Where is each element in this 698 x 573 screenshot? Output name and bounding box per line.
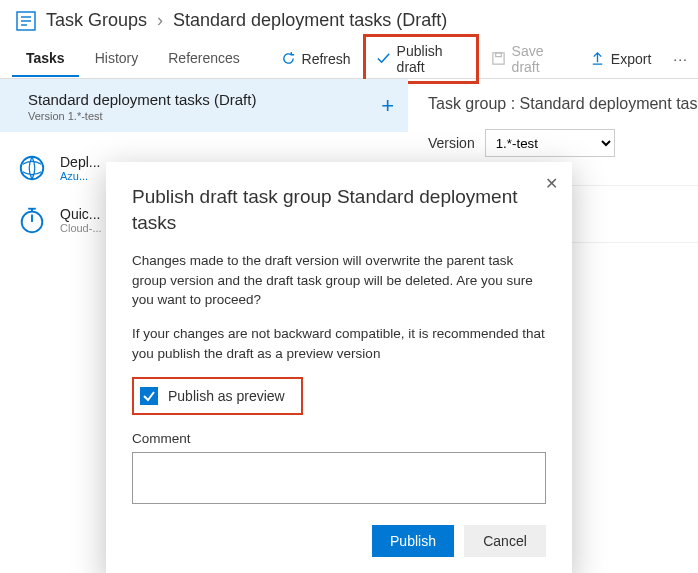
svg-point-6 [21, 157, 44, 180]
task-subtitle: Azu... [60, 170, 100, 182]
publish-draft-label: Publish draft [397, 43, 466, 75]
save-draft-label: Save draft [512, 43, 568, 75]
task-title: Quic... [60, 206, 102, 222]
breadcrumb-root[interactable]: Task Groups [46, 10, 147, 31]
refresh-icon [281, 51, 296, 66]
cancel-button[interactable]: Cancel [464, 525, 546, 557]
toolbar: Tasks History References Refresh Publish… [0, 39, 698, 79]
dialog-paragraph-1: Changes made to the draft version will o… [132, 251, 546, 310]
breadcrumb: Task Groups › Standard deployment tasks … [0, 0, 698, 39]
version-label: Version [428, 135, 475, 151]
export-icon [590, 51, 605, 66]
comment-input[interactable] [132, 452, 546, 504]
tab-tasks[interactable]: Tasks [12, 40, 79, 77]
refresh-button[interactable]: Refresh [271, 45, 361, 73]
stopwatch-icon [16, 204, 48, 236]
more-menu-button[interactable]: ··· [663, 45, 698, 73]
right-header: Task group : Standard deployment tas [428, 95, 698, 113]
dialog-title: Publish draft task group Standard deploy… [132, 184, 522, 235]
comment-label: Comment [132, 431, 546, 446]
add-task-button[interactable]: + [381, 93, 394, 119]
breadcrumb-current: Standard deployment tasks (Draft) [173, 10, 447, 31]
svg-rect-4 [492, 53, 503, 64]
task-group-header[interactable]: Standard deployment tasks (Draft) Versio… [0, 79, 408, 132]
publish-as-preview-label: Publish as preview [168, 388, 285, 404]
task-title: Depl... [60, 154, 100, 170]
globe-icon [16, 152, 48, 184]
tab-references[interactable]: References [154, 40, 254, 77]
save-draft-button: Save draft [481, 37, 578, 81]
svg-rect-5 [495, 53, 501, 57]
dialog-paragraph-2: If your changes are not backward compati… [132, 324, 546, 363]
dialog-actions: Publish Cancel [132, 525, 546, 557]
publish-as-preview-checkbox[interactable] [140, 387, 158, 405]
task-group-version: Version 1.*-test [28, 110, 392, 122]
refresh-label: Refresh [302, 51, 351, 67]
version-select[interactable]: 1.*-test [485, 129, 615, 157]
publish-draft-button[interactable]: Publish draft [363, 34, 479, 84]
publish-dialog: ✕ Publish draft task group Standard depl… [106, 162, 572, 573]
tab-history[interactable]: History [81, 40, 153, 77]
task-group-title: Standard deployment tasks (Draft) [28, 91, 392, 108]
export-label: Export [611, 51, 651, 67]
chevron-right-icon: › [157, 10, 163, 31]
export-button[interactable]: Export [580, 45, 661, 73]
publish-button[interactable]: Publish [372, 525, 454, 557]
close-icon[interactable]: ✕ [545, 174, 558, 193]
task-subtitle: Cloud-... [60, 222, 102, 234]
save-icon [491, 51, 506, 66]
task-group-icon [16, 11, 36, 31]
version-row: Version 1.*-test [428, 129, 698, 157]
check-icon [376, 51, 391, 66]
